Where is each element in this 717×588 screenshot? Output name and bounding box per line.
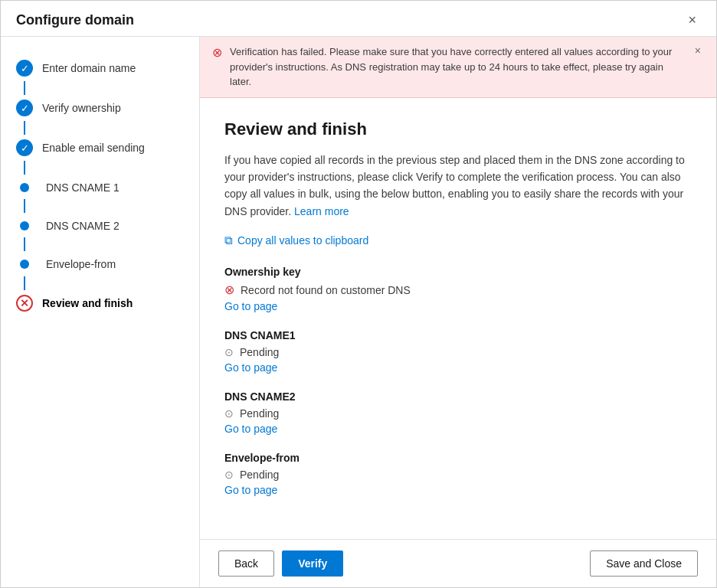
review-finish-title: Review and finish (224, 119, 692, 139)
envelope-from-status: ⊙ Pending (224, 469, 692, 481)
connector-5 (24, 237, 25, 251)
save-and-close-button[interactable]: Save and Close (590, 550, 698, 577)
step-label-enable-email: Enable email sending (42, 139, 145, 155)
connector-3 (24, 161, 25, 175)
step-label-enter-domain: Enter domain name (42, 60, 136, 75)
envelope-from-go-to-page-link[interactable]: Go to page (224, 484, 277, 496)
alert-close-button[interactable]: × (692, 44, 704, 57)
dialog-header: Configure domain × (1, 1, 716, 37)
connector-6 (24, 276, 25, 290)
record-section-dns-cname1: DNS CNAME1 ⊙ Pending Go to page (224, 329, 692, 374)
dns-cname1-status-text: Pending (240, 346, 279, 358)
record-section-envelope-from: Envelope-from ⊙ Pending Go to page (224, 452, 692, 496)
step-icon-dns-cname-2 (20, 221, 29, 230)
step-icon-verify-ownership: ✓ (16, 100, 33, 116)
connector-4 (24, 199, 25, 213)
alert-message: Verification has failed. Please make sur… (230, 44, 684, 90)
footer-left-buttons: Back Verify (218, 550, 343, 577)
dns-cname2-pending-icon: ⊙ (224, 407, 234, 420)
sidebar-item-enter-domain: ✓ Enter domain name (1, 55, 199, 81)
dns-cname2-go-to-page-link[interactable]: Go to page (224, 423, 277, 435)
alert-error-icon: ⊗ (212, 45, 222, 60)
dialog-close-button[interactable]: × (683, 11, 701, 28)
record-section-ownership-key: Ownership key ⊗ Record not found on cust… (224, 266, 692, 312)
record-section-dns-cname2: DNS CNAME2 ⊙ Pending Go to page (224, 390, 692, 435)
alert-banner: ⊗ Verification has failed. Please make s… (200, 37, 716, 98)
dns-cname2-status: ⊙ Pending (224, 407, 692, 420)
copy-icon: ⧉ (224, 234, 233, 247)
learn-more-link[interactable]: Learn more (294, 205, 349, 217)
envelope-from-status-text: Pending (240, 469, 279, 481)
connector-1 (24, 81, 25, 95)
sidebar-item-dns-cname-1: DNS CNAME 1 (1, 175, 199, 199)
dialog-body: ✓ Enter domain name ✓ Verify ownership ✓… (1, 37, 716, 587)
copy-all-values-link[interactable]: ⧉ Copy all values to clipboard (224, 234, 692, 247)
dns-cname1-pending-icon: ⊙ (224, 346, 234, 358)
sidebar: ✓ Enter domain name ✓ Verify ownership ✓… (1, 37, 200, 587)
main-content: ⊗ Verification has failed. Please make s… (200, 37, 716, 587)
step-label-verify-ownership: Verify ownership (42, 100, 121, 115)
sidebar-item-verify-ownership: ✓ Verify ownership (1, 95, 199, 121)
step-icon-enter-domain: ✓ (16, 60, 33, 77)
back-button[interactable]: Back (218, 550, 274, 577)
dns-cname2-title: DNS CNAME2 (224, 390, 692, 403)
verify-button[interactable]: Verify (282, 550, 343, 577)
envelope-from-pending-icon: ⊙ (224, 469, 234, 481)
ownership-key-status-text: Record not found on customer DNS (241, 284, 411, 296)
copy-link-label: Copy all values to clipboard (237, 234, 368, 247)
step-icon-dns-cname-1 (20, 183, 29, 192)
dialog-footer: Back Verify Save and Close (200, 539, 716, 587)
ownership-key-go-to-page-link[interactable]: Go to page (224, 300, 277, 312)
dns-cname1-status: ⊙ Pending (224, 346, 692, 358)
envelope-from-title: Envelope-from (224, 452, 692, 464)
dns-cname2-status-text: Pending (240, 407, 279, 420)
content-area: Review and finish If you have copied all… (200, 98, 716, 540)
step-icon-review-finish: ✕ (16, 295, 33, 312)
step-label-dns-cname-1: DNS CNAME 1 (46, 179, 120, 194)
dns-cname1-go-to-page-link[interactable]: Go to page (224, 361, 277, 374)
sidebar-item-enable-email: ✓ Enable email sending (1, 135, 199, 161)
ownership-key-error-icon: ⊗ (224, 283, 234, 297)
step-label-review-finish: Review and finish (42, 295, 133, 310)
step-label-envelope-from: Envelope-from (46, 256, 116, 271)
dialog-title: Configure domain (16, 12, 134, 28)
connector-2 (24, 121, 25, 135)
sidebar-item-envelope-from: Envelope-from (1, 251, 199, 276)
review-description: If you have copied all records in the pr… (224, 152, 692, 220)
ownership-key-status: ⊗ Record not found on customer DNS (224, 283, 692, 297)
sidebar-item-review-finish: ✕ Review and finish (1, 290, 199, 316)
dns-cname1-title: DNS CNAME1 (224, 329, 692, 341)
configure-domain-dialog: Configure domain × ✓ Enter domain name ✓… (0, 0, 717, 588)
sidebar-item-dns-cname-2: DNS CNAME 2 (1, 213, 199, 237)
step-label-dns-cname-2: DNS CNAME 2 (46, 217, 120, 233)
step-icon-envelope-from (20, 260, 29, 269)
ownership-key-title: Ownership key (224, 266, 692, 278)
step-icon-enable-email: ✓ (16, 139, 33, 156)
